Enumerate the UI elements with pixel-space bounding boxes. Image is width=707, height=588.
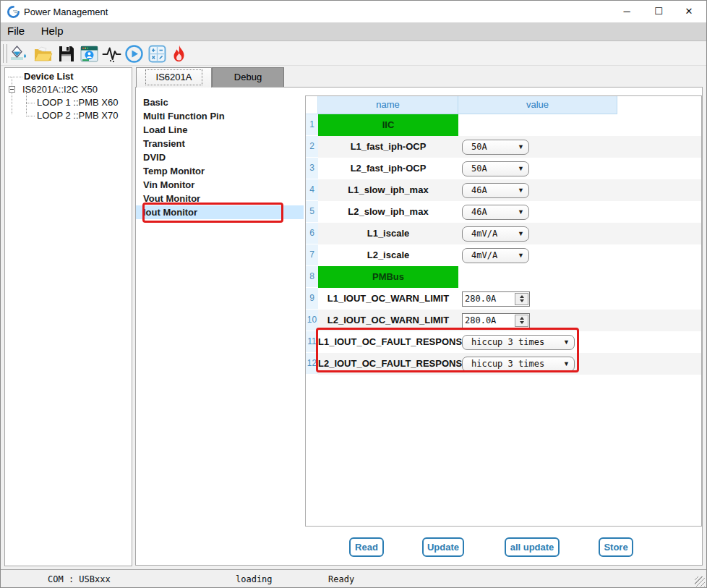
spinbox-value: 280.0A [463, 315, 515, 325]
nav-item-multi-function-pin[interactable]: Multi Function Pin [136, 109, 304, 123]
nav-item-basic[interactable]: Basic [136, 95, 304, 109]
calculator-icon[interactable] [147, 44, 167, 64]
chevron-down-icon: ▼ [518, 208, 524, 216]
table-row: 7 L2_iscale 4mV/A▼ [306, 244, 701, 266]
app-logo-icon [7, 6, 20, 18]
dropdown-value: 4mV/A [471, 229, 518, 239]
spinner-buttons[interactable] [515, 315, 528, 327]
dropdown-value: 4mV/A [471, 250, 518, 260]
param-dropdown[interactable]: 46A▼ [462, 205, 529, 220]
nav-item-vin-monitor[interactable]: Vin Monitor [136, 178, 304, 192]
param-name-cell: L1_IOUT_OC_WARN_LIMIT [318, 288, 458, 310]
tree-guide [26, 103, 35, 103]
chevron-down-icon: ▼ [518, 165, 524, 172]
resize-grip[interactable] [695, 576, 705, 587]
toolbar-grip[interactable] [3, 44, 7, 63]
device-tree-panel: Device List IS6201A::I2C X50 LOOP 1 ::PM… [4, 67, 132, 566]
param-dropdown[interactable]: hiccup 3 times▼ [462, 335, 575, 350]
chevron-down-icon: ▼ [518, 187, 524, 194]
nav-item-dvid[interactable]: DVID [136, 150, 304, 164]
save-icon[interactable] [56, 44, 76, 64]
column-header-value[interactable]: value [458, 96, 617, 114]
toolbar [1, 41, 706, 66]
row-number-cell: 9 [306, 288, 318, 310]
param-name-cell: L2_fast_iph-OCP [318, 158, 458, 179]
chevron-down-icon: ▼ [563, 360, 570, 367]
spinner-buttons[interactable] [515, 293, 528, 305]
param-dropdown[interactable]: 4mV/A▼ [462, 248, 529, 263]
waveform-icon[interactable] [102, 44, 121, 64]
menu-file[interactable]: File [1, 22, 31, 41]
status-bar: COM : USBxxx loading Ready [1, 569, 706, 588]
row-number-cell: 2 [306, 136, 318, 158]
open-folder-icon[interactable] [33, 44, 53, 64]
menu-help[interactable]: Help [35, 22, 70, 41]
param-dropdown[interactable]: hiccup 3 times▼ [462, 357, 575, 372]
param-name-cell: L1_slow_iph_max [318, 179, 458, 201]
tab-is6201a[interactable]: IS6201A [136, 67, 212, 88]
nav-item-transient[interactable]: Transient [136, 137, 304, 150]
param-name-cell: L2_IOUT_OC_WARN_LIMIT [318, 310, 458, 331]
table-row: 11 L1_IOUT_OC_FAULT_RESPONSE hiccup 3 ti… [306, 331, 701, 353]
tree-node-is6201a[interactable]: IS6201A::I2C X50 [22, 84, 98, 95]
table-row: 4 L1_slow_iph_max 46A▼ [306, 179, 701, 201]
menu-bar: File Help [1, 22, 706, 41]
table-header-row: name value [306, 96, 701, 114]
param-name-cell: L2_slow_iph_max [318, 201, 458, 223]
update-button[interactable]: Update [422, 537, 464, 557]
tree-node-loop2[interactable]: LOOP 2 ::PMB X70 [37, 110, 118, 121]
dropdown-value: 50A [471, 163, 518, 174]
tab-label: IS6201A [146, 70, 202, 85]
nav-item-temp-monitor[interactable]: Temp Monitor [136, 164, 304, 178]
chevron-down-icon: ▼ [518, 230, 524, 237]
close-button[interactable]: ✕ [673, 1, 705, 22]
store-button[interactable]: Store [599, 537, 633, 557]
tab-debug[interactable]: Debug [212, 67, 284, 88]
row-number-cell: 6 [306, 223, 318, 244]
burn-icon[interactable] [170, 44, 189, 64]
loading-status: loading [236, 574, 273, 584]
row-number-cell: 12 [306, 353, 318, 375]
row-number-cell: 5 [306, 201, 318, 223]
dropdown-value: 46A [471, 185, 518, 195]
table-row: 8 PMBus [306, 266, 701, 288]
param-spinbox[interactable]: 280.0A [462, 313, 530, 328]
tree-expander-icon[interactable] [9, 86, 15, 93]
tree-header-device-list: Device List [24, 71, 74, 82]
device-monitor-icon[interactable] [80, 44, 99, 64]
param-name-cell: L1_fast_iph-OCP [318, 136, 458, 158]
nav-item-iout-monitor[interactable]: Iout Monitor [136, 205, 304, 219]
column-header-name[interactable]: name [318, 96, 458, 114]
run-icon[interactable] [124, 44, 144, 64]
row-number-cell: 7 [306, 244, 318, 266]
fill-tool-icon[interactable] [10, 44, 30, 64]
row-number-cell: 3 [306, 158, 318, 179]
param-dropdown[interactable]: 50A▼ [462, 161, 529, 176]
tree-guide [8, 77, 22, 77]
param-spinbox[interactable]: 280.0A [462, 291, 530, 307]
table-row: 6 L1_iscale 4mV/A▼ [306, 223, 701, 244]
param-dropdown[interactable]: 50A▼ [462, 140, 529, 155]
minimize-button[interactable]: ─ [611, 1, 643, 22]
app-window: Power Management ─ ☐ ✕ File Help [0, 0, 707, 588]
chevron-down-icon: ▼ [563, 338, 570, 346]
spin-down-icon [520, 321, 524, 324]
nav-item-vout-monitor[interactable]: Vout Monitor [136, 192, 304, 205]
tab-label: Debug [234, 72, 262, 82]
nav-item-load-line[interactable]: Load Line [136, 123, 304, 137]
param-dropdown[interactable]: 46A▼ [462, 183, 529, 198]
row-number-cell: 8 [306, 266, 318, 288]
spin-up-icon [520, 317, 524, 320]
param-dropdown[interactable]: 4mV/A▼ [462, 226, 529, 242]
maximize-button[interactable]: ☐ [643, 1, 674, 22]
row-number-cell: 1 [306, 114, 318, 136]
param-name-cell: L1_IOUT_OC_FAULT_RESPONSE [318, 331, 458, 353]
table-row: 5 L2_slow_iph_max 46A▼ [306, 201, 701, 223]
param-name-cell: L2_IOUT_OC_FAULT_RESPONSE [318, 353, 458, 375]
table-row: 10 L2_IOUT_OC_WARN_LIMIT 280.0A [306, 310, 701, 331]
spinbox-value: 280.0A [463, 294, 515, 304]
all-update-button[interactable]: all update [505, 537, 560, 557]
read-button[interactable]: Read [349, 537, 384, 557]
tree-node-loop1[interactable]: LOOP 1 ::PMB X60 [37, 97, 118, 108]
spin-up-icon [520, 295, 524, 298]
